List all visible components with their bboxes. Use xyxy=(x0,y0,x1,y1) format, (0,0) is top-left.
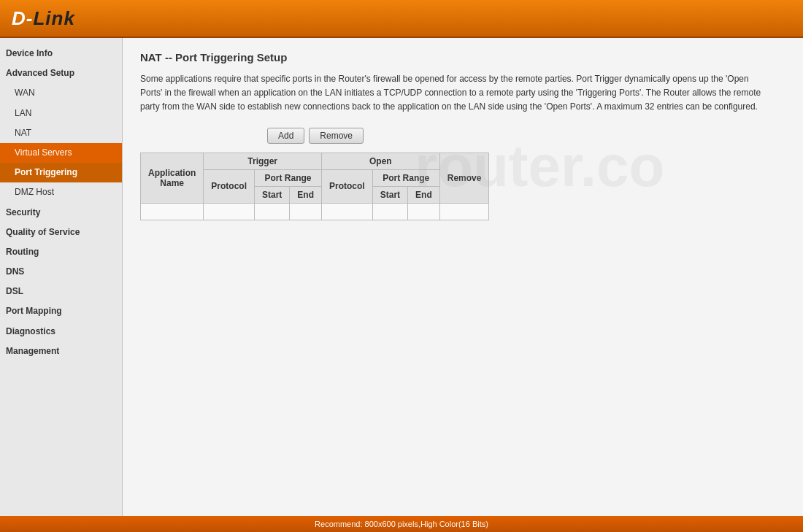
sidebar-item-lan[interactable]: LAN xyxy=(0,104,122,123)
cell-remove xyxy=(439,203,489,220)
col-name-label: Name xyxy=(160,178,184,188)
col-open-start: Start xyxy=(372,186,407,203)
col-open-protocol: Protocol xyxy=(322,169,373,203)
sidebar-item-port-mapping[interactable]: Port Mapping xyxy=(0,301,122,321)
sidebar-item-management[interactable]: Management xyxy=(0,342,122,361)
footer-text: Recommend: 800x600 pixels,High Color(16 … xyxy=(315,520,488,528)
sidebar-item-advanced-setup[interactable]: Advanced Setup xyxy=(0,63,122,83)
sidebar: Device Info Advanced Setup WAN LAN NAT V… xyxy=(0,38,123,516)
sidebar-item-diagnostics[interactable]: Diagnostics xyxy=(0,322,122,342)
col-open-header: Open xyxy=(322,153,440,169)
cell-open-protocol xyxy=(322,203,373,220)
sidebar-item-port-triggering[interactable]: Port Triggering xyxy=(0,163,122,182)
content-area: router.co NAT -- Port Triggering Setup S… xyxy=(123,38,803,516)
cell-trigger-start xyxy=(255,203,290,220)
col-remove-header: Remove xyxy=(439,153,489,203)
cell-trigger-protocol xyxy=(204,203,255,220)
cell-open-end xyxy=(408,203,440,220)
sidebar-item-quality-of-service[interactable]: Quality of Service xyxy=(0,223,122,242)
table-row-empty xyxy=(141,203,489,220)
col-trigger-end: End xyxy=(290,186,322,203)
col-open-end: End xyxy=(408,186,440,203)
add-button[interactable]: Add xyxy=(267,128,304,144)
sidebar-item-dns[interactable]: DNS xyxy=(0,262,122,282)
cell-name xyxy=(141,203,204,220)
sidebar-item-dsl[interactable]: DSL xyxy=(0,282,122,301)
action-buttons: Add Remove xyxy=(140,128,491,144)
logo: D-Link xyxy=(12,7,75,30)
page-title: NAT -- Port Triggering Setup xyxy=(140,51,785,63)
header: D-Link xyxy=(0,0,803,38)
col-trigger-port-range: Port Range xyxy=(255,169,322,186)
remove-button[interactable]: Remove xyxy=(309,128,364,144)
description-text: Some applications require that specific … xyxy=(140,72,768,115)
col-trigger-start: Start xyxy=(255,186,290,203)
main-layout: Device Info Advanced Setup WAN LAN NAT V… xyxy=(0,38,803,516)
cell-trigger-end xyxy=(290,203,322,220)
sidebar-item-routing[interactable]: Routing xyxy=(0,242,122,262)
sidebar-item-dmz-host[interactable]: DMZ Host xyxy=(0,182,122,202)
sidebar-item-device-info[interactable]: Device Info xyxy=(0,44,122,63)
col-trigger-protocol: Protocol xyxy=(204,169,255,203)
cell-open-start xyxy=(372,203,407,220)
sidebar-item-nat[interactable]: NAT xyxy=(0,123,122,143)
col-application-label: Application xyxy=(148,168,196,178)
port-triggering-table: ApplicationName Trigger Open Remove Prot… xyxy=(140,153,489,220)
sidebar-item-security[interactable]: Security xyxy=(0,203,122,223)
footer: Recommend: 800x600 pixels,High Color(16 … xyxy=(0,516,803,532)
col-open-port-range: Port Range xyxy=(372,169,439,186)
col-trigger-header: Trigger xyxy=(204,153,322,169)
sidebar-item-wan[interactable]: WAN xyxy=(0,83,122,103)
col-application-name: ApplicationName xyxy=(141,153,204,203)
sidebar-item-virtual-servers[interactable]: Virtual Servers xyxy=(0,143,122,163)
